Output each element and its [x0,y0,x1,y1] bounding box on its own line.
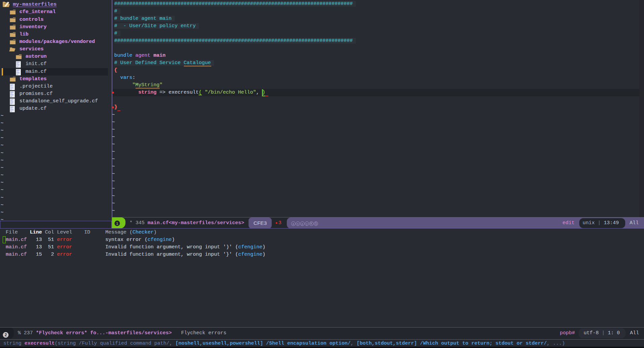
svg-text:1: 1 [116,221,118,226]
svg-text:2: 2 [5,333,7,337]
